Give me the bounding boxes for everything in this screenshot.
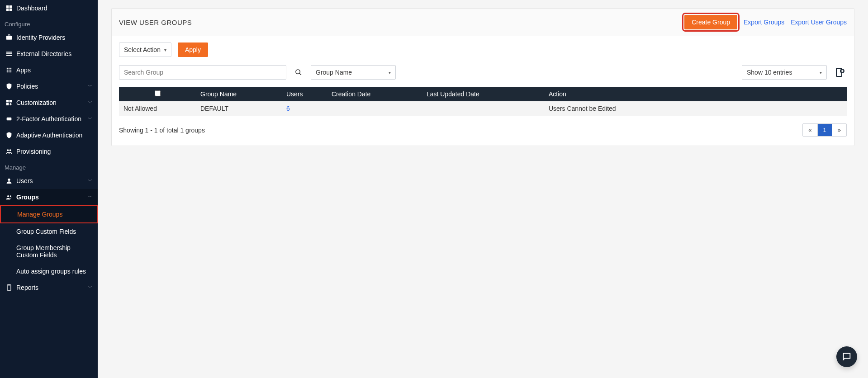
svg-rect-1 xyxy=(9,5,12,8)
panel-body: Select Action ▾ Apply Group Name ▾ xyxy=(112,36,854,146)
cell-checkbox: Not Allowed xyxy=(119,101,196,116)
sidebar-item-provisioning[interactable]: Provisioning xyxy=(0,143,98,160)
svg-point-9 xyxy=(10,68,12,69)
svg-point-13 xyxy=(7,71,8,73)
sidebar-subitem-label: Group Custom Fields xyxy=(16,228,76,235)
svg-point-23 xyxy=(7,195,9,197)
chevron-down-icon: ﹀ xyxy=(88,178,92,184)
sidebar-item-reports[interactable]: Reports ﹀ xyxy=(0,279,98,296)
sidebar-item-customization[interactable]: Customization ﹀ xyxy=(0,94,98,111)
svg-point-11 xyxy=(9,70,10,71)
select-all-checkbox[interactable] xyxy=(155,90,161,96)
provisioning-icon xyxy=(5,148,16,155)
svg-rect-4 xyxy=(6,52,12,52)
group-name-filter-label: Group Name xyxy=(316,69,385,76)
chevron-down-icon: ﹀ xyxy=(88,99,92,106)
table-footer: Showing 1 - 1 of total 1 groups « 1 » xyxy=(119,123,847,137)
page-next-button[interactable]: » xyxy=(832,124,846,136)
caret-down-icon: ▾ xyxy=(389,70,391,75)
add-document-icon[interactable] xyxy=(832,67,847,78)
chevron-down-icon: ﹀ xyxy=(88,284,92,291)
sidebar-item-apps[interactable]: Apps xyxy=(0,62,98,78)
page-prev-button[interactable]: « xyxy=(803,124,817,136)
sidebar-subitem-label: Auto assign groups rules xyxy=(16,268,86,275)
svg-point-21 xyxy=(9,149,11,151)
sidebar-item-external-directories[interactable]: External Directories xyxy=(0,46,98,62)
cell-last-updated xyxy=(422,101,544,116)
svg-line-28 xyxy=(299,73,301,75)
sidebar-item-2fa[interactable]: 2-Factor Authentication ﹀ xyxy=(0,111,98,127)
users-count-link[interactable]: 6 xyxy=(286,105,290,112)
svg-rect-25 xyxy=(7,285,11,290)
sidebar-item-identity-providers[interactable]: Identity Providers xyxy=(0,29,98,46)
sidebar-label: Apps xyxy=(16,66,92,74)
svg-rect-6 xyxy=(6,55,12,56)
svg-rect-17 xyxy=(9,100,12,102)
list-icon xyxy=(5,50,16,57)
sidebar-subitem-label: Manage Groups xyxy=(17,211,62,218)
apply-button[interactable]: Apply xyxy=(178,43,208,57)
svg-rect-18 xyxy=(6,103,9,105)
svg-rect-26 xyxy=(8,284,10,285)
svg-point-10 xyxy=(7,70,8,71)
sidebar-subitem-group-custom-fields[interactable]: Group Custom Fields xyxy=(0,223,98,240)
sidebar-subitem-auto-assign-rules[interactable]: Auto assign groups rules xyxy=(0,263,98,279)
sidebar-subitem-label: Group Membership Custom Fields xyxy=(16,244,71,259)
numpad-icon xyxy=(5,115,16,123)
caret-down-icon: ▾ xyxy=(164,47,166,52)
chat-icon xyxy=(842,352,852,362)
row-bulk-action: Select Action ▾ Apply xyxy=(119,43,847,57)
page-1-button[interactable]: 1 xyxy=(818,124,832,136)
sidebar-section-manage: Manage xyxy=(0,160,98,173)
sidebar-subitem-group-membership-custom-fields[interactable]: Group Membership Custom Fields xyxy=(0,240,98,263)
sidebar-label: External Directories xyxy=(16,50,92,57)
cell-action: Users Cannot be Edited xyxy=(544,101,847,116)
search-group-input[interactable] xyxy=(119,65,286,80)
caret-down-icon: ▾ xyxy=(820,70,822,75)
search-group-wrap xyxy=(119,65,286,80)
col-group-name: Group Name xyxy=(196,87,282,101)
svg-rect-2 xyxy=(6,9,9,11)
search-icon[interactable] xyxy=(292,69,305,76)
sidebar: Dashboard Configure Identity Providers E… xyxy=(0,0,98,378)
svg-rect-16 xyxy=(6,100,9,102)
svg-point-20 xyxy=(7,149,9,151)
panel-title: VIEW USER GROUPS xyxy=(119,19,192,26)
group-name-filter-dropdown[interactable]: Group Name ▾ xyxy=(311,65,396,80)
table-row: Not Allowed DEFAULT 6 Users Cannot be Ed… xyxy=(119,101,847,116)
svg-point-8 xyxy=(9,68,10,69)
panel-header-actions: Create Group Export Groups Export User G… xyxy=(684,15,847,29)
panel-header: VIEW USER GROUPS Create Group Export Gro… xyxy=(112,9,854,36)
sidebar-item-adaptive-auth[interactable]: Adaptive Authentication xyxy=(0,127,98,143)
show-entries-dropdown[interactable]: Show 10 entries ▾ xyxy=(742,65,827,80)
sidebar-item-groups[interactable]: Groups ﹀ xyxy=(0,189,98,205)
svg-rect-3 xyxy=(9,9,12,11)
sidebar-subitem-manage-groups[interactable]: Manage Groups xyxy=(0,205,98,223)
chevron-down-icon: ﹀ xyxy=(88,194,92,200)
col-users: Users xyxy=(282,87,327,101)
sidebar-item-users[interactable]: Users ﹀ xyxy=(0,173,98,189)
col-last-updated: Last Updated Date xyxy=(422,87,544,101)
select-action-label: Select Action xyxy=(124,46,161,53)
svg-rect-19 xyxy=(7,118,12,121)
sidebar-item-policies[interactable]: Policies ﹀ xyxy=(0,78,98,94)
shield-icon xyxy=(5,83,16,90)
col-action: Action xyxy=(544,87,847,101)
show-entries-label: Show 10 entries xyxy=(747,69,816,76)
groups-table: Group Name Users Creation Date Last Upda… xyxy=(119,87,847,116)
cell-creation-date xyxy=(327,101,422,116)
sidebar-label: Provisioning xyxy=(16,148,92,155)
sidebar-label: Reports xyxy=(16,284,88,291)
chat-support-button[interactable] xyxy=(836,346,857,367)
pagination: « 1 » xyxy=(802,123,847,137)
main-content: VIEW USER GROUPS Create Group Export Gro… xyxy=(98,0,868,378)
svg-rect-5 xyxy=(6,53,12,54)
row-filter: Group Name ▾ Show 10 entries ▾ xyxy=(119,65,847,80)
export-user-groups-link[interactable]: Export User Groups xyxy=(791,19,847,26)
sidebar-section-configure: Configure xyxy=(0,16,98,29)
create-group-button[interactable]: Create Group xyxy=(684,15,737,29)
export-groups-link[interactable]: Export Groups xyxy=(744,19,784,26)
sidebar-item-dashboard[interactable]: Dashboard xyxy=(0,0,98,16)
sidebar-dashboard-label: Dashboard xyxy=(16,5,92,12)
select-action-dropdown[interactable]: Select Action ▾ xyxy=(119,43,171,57)
